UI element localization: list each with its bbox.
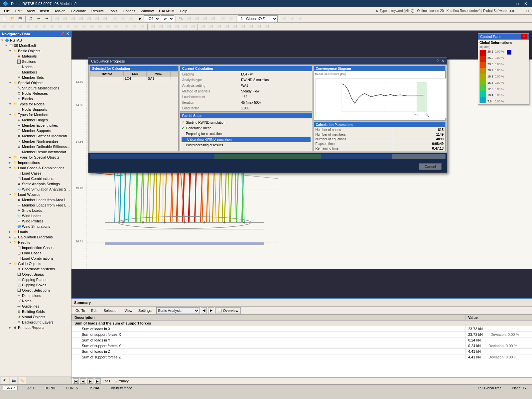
nav-member-result-pts[interactable]: ⋯ Member Result Intermediate Points: [1, 149, 70, 155]
redo-btn[interactable]: ↪: [43, 15, 50, 22]
menu-win-maximize[interactable]: □: [524, 9, 531, 13]
tb2-b7[interactable]: ⬜: [49, 23, 56, 30]
menu-calculate[interactable]: Calculate: [68, 8, 89, 14]
close-button[interactable]: ✕: [522, 1, 529, 6]
nav-loads[interactable]: ▶ 📁 Loads: [1, 229, 70, 234]
nav-nodes[interactable]: • Nodes: [1, 64, 70, 69]
status-bgrid[interactable]: BGRID: [42, 386, 58, 390]
summary-settings[interactable]: Settings: [136, 308, 154, 313]
nav-member-area-load[interactable]: ▦ Member Loads from Area Load: [1, 197, 70, 202]
summary-goto[interactable]: Go To: [73, 308, 88, 313]
nav-model[interactable]: ▼ 📋 08 Modell.rs9: [1, 43, 70, 48]
nav-types-special[interactable]: ▶ 📁 Types for Special Objects: [1, 155, 70, 160]
page-first-btn[interactable]: |◀: [73, 378, 79, 384]
tb2-b19[interactable]: ⬜: [149, 23, 156, 30]
overview-btn[interactable]: 📊 Overview: [215, 307, 241, 314]
status-visibility[interactable]: Visibility mode: [108, 386, 135, 390]
tb1-b14[interactable]: ⬜: [209, 15, 216, 22]
tb1-b18[interactable]: ⬜: [289, 15, 296, 22]
tb1-b19[interactable]: ⬜: [297, 15, 304, 22]
tb2-b32[interactable]: ⬜: [255, 23, 262, 30]
nav-wind-sim-settings[interactable]: 💨 Wind Simulation Analysis Settings: [1, 187, 70, 192]
nav-btn-ruler[interactable]: 📏: [19, 377, 26, 384]
tb2-b11[interactable]: ⬜: [80, 23, 88, 30]
status-grid[interactable]: GRID: [23, 386, 37, 390]
nav-wind-simulations[interactable]: 🌀 Wind Simulations: [1, 224, 70, 229]
undo-btn[interactable]: ↩: [35, 15, 42, 22]
menu-results[interactable]: Results: [89, 8, 106, 14]
summary-selection[interactable]: Selection: [101, 308, 121, 313]
minimize-button[interactable]: ─: [506, 1, 513, 6]
tb1-b13[interactable]: ⬜: [201, 15, 208, 22]
page-prev-btn[interactable]: ◀: [80, 378, 86, 384]
save-btn[interactable]: 💾: [17, 15, 24, 22]
maximize-button[interactable]: □: [514, 1, 521, 6]
tb1-b8[interactable]: ⬜: [111, 15, 119, 22]
nav-snow-loads[interactable]: ❄ Snow Loads: [1, 208, 70, 213]
nav-printout-reports[interactable]: ▶ 🖨 Printout Reports: [1, 325, 70, 330]
nav-member-nonlin[interactable]: ~ Member Nonlinearities: [1, 139, 70, 144]
menu-insert[interactable]: Insert: [37, 8, 52, 14]
nav-static-analysis[interactable]: ⚙ Static Analysis Settings: [1, 181, 70, 187]
tb1-b17[interactable]: ⬜: [281, 15, 288, 22]
tb2-b4[interactable]: ⬜: [25, 23, 32, 30]
nav-member-line-load[interactable]: ━ Member Loads from Free Line Load: [1, 202, 70, 208]
nav-background-layers[interactable]: 🗂 Background Layers: [1, 320, 70, 325]
nav-building-grids[interactable]: ⊞ Building Grids: [1, 309, 70, 314]
nav-pin-btn[interactable]: 📌: [60, 32, 65, 36]
nav-guidelines[interactable]: — Guidelines: [1, 304, 70, 309]
tb2-b30[interactable]: ⬜: [239, 23, 246, 30]
nav-load-cases-comb[interactable]: ▼ 📁 Load Cases & Combinations: [1, 165, 70, 171]
status-osnap[interactable]: OSNAP: [86, 386, 103, 390]
tb2-b21[interactable]: ⬜: [165, 23, 172, 30]
menu-window[interactable]: Window: [138, 8, 156, 14]
tb1-b12[interactable]: ⬜: [193, 15, 200, 22]
tb2-b16[interactable]: ⬜: [123, 23, 130, 30]
nav-results[interactable]: ▼ 📁 Results: [1, 240, 70, 245]
nav-coord-systems[interactable]: ⊕ Coordinate Systems: [1, 266, 70, 272]
menu-help[interactable]: Help: [177, 8, 190, 14]
nav-basic-objects[interactable]: ▼ 📁 Basic Objects: [1, 48, 70, 54]
tb2-b8[interactable]: ⬜: [57, 23, 64, 30]
nav-clipping-boxes[interactable]: ⬜ Clipping Boxes: [1, 282, 70, 288]
new-btn[interactable]: 📄: [1, 15, 8, 22]
nav-dimensions[interactable]: ↔ Dimensions: [1, 293, 70, 298]
tb2-b13[interactable]: ⬜: [96, 23, 104, 30]
nav-blocks[interactable]: ● Blocks: [1, 96, 70, 101]
tb1-b1[interactable]: ⬜: [53, 15, 61, 22]
tb2-b33[interactable]: ⬜: [263, 23, 270, 30]
tb2-b18[interactable]: ⬜: [139, 23, 146, 30]
nav-load-cases[interactable]: 📋 Load Cases: [1, 171, 70, 176]
tb2-b25[interactable]: ⬜: [199, 23, 206, 30]
tb2-b31[interactable]: ⬜: [247, 23, 254, 30]
tb2-b1[interactable]: ⬜: [1, 23, 8, 30]
nav-close-btn[interactable]: ✕: [66, 32, 69, 36]
nav-members[interactable]: / Members: [1, 69, 70, 75]
menu-view[interactable]: View: [24, 8, 38, 14]
tb1-b10[interactable]: ⬜: [127, 15, 135, 22]
tb2-b24[interactable]: ⬜: [189, 23, 196, 30]
nav-member-sets[interactable]: // Member Sets: [1, 75, 70, 80]
status-glines[interactable]: GLINES: [63, 386, 81, 390]
tb2-b17[interactable]: ⬜: [131, 23, 138, 30]
tb1-b6[interactable]: ⬜: [93, 15, 100, 22]
tb1-b4[interactable]: ⬜: [77, 15, 84, 22]
tb2-b27[interactable]: ⬜: [215, 23, 222, 30]
tb1-b15[interactable]: ⬜: [219, 15, 227, 22]
tb2-b2[interactable]: ⬜: [9, 23, 16, 30]
coord-system-combo[interactable]: 1 - Global XYZ: [238, 15, 278, 22]
nav-calc-diagrams[interactable]: ▶ 📊 Calculation Diagrams: [1, 234, 70, 240]
menu-options[interactable]: Options: [120, 8, 138, 14]
nav-load-wizards[interactable]: ▼ 📁 Load Wizards: [1, 192, 70, 197]
nav-notes[interactable]: 📝 Notes: [1, 298, 70, 304]
nav-results-lc[interactable]: 📋 Load Cases: [1, 250, 70, 256]
tb2-b20[interactable]: ⬜: [157, 23, 164, 30]
tb2-b23[interactable]: ⬜: [181, 23, 188, 30]
tb1-b9[interactable]: ⬜: [119, 15, 127, 22]
tb2-b12[interactable]: ⬜: [88, 23, 96, 30]
nav-object-snaps[interactable]: 🔲 Object Snaps: [1, 272, 70, 277]
summary-edit[interactable]: Edit: [88, 308, 100, 313]
title-bar-buttons[interactable]: ─ □ ✕: [506, 1, 529, 6]
nav-materials[interactable]: ■ Materials: [1, 54, 70, 59]
nav-clipping-planes[interactable]: ⬜ Clipping Planes: [1, 277, 70, 282]
